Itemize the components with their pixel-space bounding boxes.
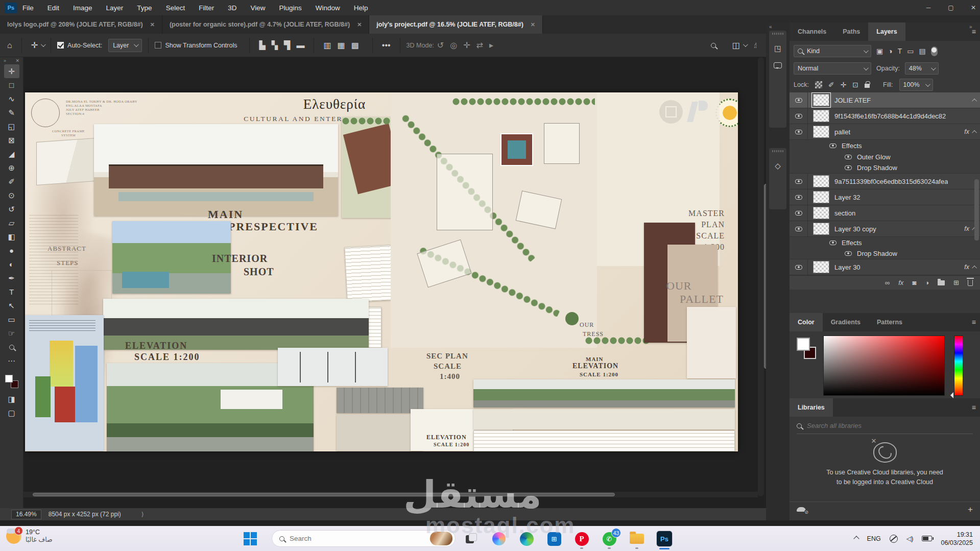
lock-pixels-icon[interactable]: ✐ — [828, 81, 834, 89]
clone-stamp-tool[interactable]: ⊙ — [4, 188, 19, 202]
adjustment-layer-icon[interactable]: ◑ — [925, 279, 929, 286]
zoom-tool[interactable] — [4, 340, 19, 354]
object-selection-tool[interactable]: ✎ — [4, 106, 19, 119]
hue-slider[interactable] — [954, 336, 963, 396]
effect-row-outer-glow[interactable]: Outer Glow — [790, 151, 980, 162]
brush-tool[interactable]: ✐ — [4, 175, 19, 188]
filter-pixel-layers-icon[interactable]: ▣ — [876, 47, 883, 55]
libraries-search-input[interactable] — [807, 422, 950, 429]
layer-row-layer32[interactable]: Layer 32 — [790, 189, 980, 205]
3d-panel-icon[interactable]: ◇ — [775, 161, 781, 171]
menu-3d[interactable]: 3D — [228, 4, 236, 12]
eyedropper-tool[interactable]: ◢ — [4, 147, 19, 161]
export-panel-icon[interactable]: ◳ — [774, 44, 781, 53]
align-right-edges-icon[interactable]: ▜ — [284, 40, 290, 50]
layer-row-hash1[interactable]: 9f1543f6e16fb7c688b44c1d9d4dec82 — [790, 108, 980, 124]
blur-tool[interactable]: ● — [4, 244, 19, 257]
link-layers-icon[interactable]: ∞ — [885, 279, 890, 286]
eye-icon[interactable] — [845, 165, 852, 170]
close-icon[interactable]: ✕ — [970, 4, 977, 11]
foreground-color-swatch[interactable] — [797, 338, 810, 351]
layer-row-layer30[interactable]: Layer 30 fx — [790, 259, 980, 275]
hand-tool[interactable]: ☞ — [4, 326, 19, 340]
quick-mask-button[interactable]: ◨ — [4, 392, 19, 406]
filter-adjustment-layers-icon[interactable]: ◑ — [888, 47, 892, 55]
file-explorer-button[interactable] — [629, 531, 644, 546]
tab-layers[interactable]: Layers — [868, 22, 905, 41]
fx-icon[interactable]: fx — [964, 225, 969, 232]
fx-icon[interactable]: fx — [964, 263, 969, 271]
healing-brush-tool[interactable]: ⊕ — [4, 161, 19, 175]
sync-status-icon[interactable] — [797, 507, 806, 512]
visibility-toggle[interactable] — [790, 92, 808, 108]
lock-position-icon[interactable]: ✛ — [841, 81, 847, 89]
visibility-toggle[interactable] — [790, 221, 808, 236]
menu-window[interactable]: Window — [316, 4, 340, 12]
menu-select[interactable]: Select — [166, 4, 185, 12]
lock-artboard-icon[interactable]: ⊡ — [852, 81, 858, 89]
more-options-icon[interactable]: ••• — [382, 41, 391, 50]
distribute-bottom-icon[interactable]: ▩ — [351, 40, 359, 50]
layer-thumbnail[interactable] — [813, 223, 829, 235]
tray-expand-icon[interactable] — [853, 536, 859, 541]
eye-icon[interactable] — [845, 155, 852, 159]
start-button[interactable] — [243, 532, 257, 545]
visibility-toggle[interactable] — [790, 174, 808, 189]
home-icon[interactable]: ⌂ — [7, 41, 12, 50]
tab-patterns[interactable]: Patterns — [869, 313, 911, 331]
align-top-edges-icon[interactable]: ▬ — [296, 41, 304, 50]
chevron-down-icon[interactable] — [743, 42, 748, 47]
blend-mode-dropdown[interactable]: Normal — [794, 62, 871, 75]
visibility-toggle[interactable] — [790, 189, 808, 205]
foreground-color-swatch[interactable] — [5, 375, 13, 382]
status-arrow-icon[interactable]: ⟩ — [141, 511, 144, 518]
color-swatches[interactable] — [5, 375, 18, 388]
panel-menu-icon[interactable]: ≡ — [972, 28, 976, 36]
workspace-panel-icon[interactable]: ◫ — [732, 40, 740, 50]
layer-thumbnail[interactable] — [813, 191, 829, 203]
menu-image[interactable]: Image — [73, 4, 92, 12]
layer-row-layer30-copy[interactable]: Layer 30 copy fx — [790, 221, 980, 237]
tab-lolys-logo[interactable]: lolys logo.pdf @ 208% (JOLIE ATEF, RGB/8… — [0, 15, 162, 34]
effects-row[interactable]: Effects — [790, 237, 980, 248]
canvas-vertical-scrollbar[interactable] — [758, 57, 764, 496]
menu-edit[interactable]: Edit — [47, 4, 59, 12]
panel-menu-icon[interactable]: ≡ — [972, 403, 976, 412]
visibility-toggle[interactable] — [790, 205, 808, 221]
history-brush-tool[interactable]: ↺ — [4, 202, 19, 216]
distribute-vertical-icon[interactable]: ▦ — [338, 40, 345, 50]
tab-close-icon[interactable]: ✕ — [357, 21, 362, 28]
marquee-tool[interactable]: □ — [4, 78, 19, 92]
visibility-toggle[interactable] — [790, 259, 808, 275]
menu-help[interactable]: Help — [354, 4, 368, 12]
tab-channels[interactable]: Channels — [790, 22, 834, 41]
filter-smart-objects-icon[interactable]: ▤ — [919, 47, 926, 55]
saturation-brightness-picker[interactable] — [823, 336, 945, 396]
whatsapp-button[interactable]: ✆43 — [602, 531, 617, 546]
layer-filter-kind-dropdown[interactable]: Kind — [794, 45, 871, 57]
visibility-toggle[interactable] — [790, 108, 808, 124]
dodge-tool[interactable]: ◐ — [4, 257, 19, 271]
collapse-tools-icon[interactable]: » — [4, 58, 6, 63]
layer-thumbnail[interactable] — [813, 94, 829, 106]
align-left-edges-icon[interactable]: ▙ — [259, 40, 265, 50]
layer-styles-icon[interactable]: fx — [898, 279, 903, 286]
layer-thumbnail[interactable] — [813, 126, 829, 138]
tab-paths[interactable]: Paths — [834, 22, 868, 41]
menu-plugins[interactable]: Plugins — [279, 4, 301, 12]
fx-icon[interactable]: fx — [964, 128, 969, 135]
comments-panel-icon[interactable] — [774, 62, 782, 68]
filter-type-layers-icon[interactable]: T — [898, 47, 902, 55]
move-tool-icon[interactable]: ✛ — [31, 40, 38, 50]
3d-slide-icon[interactable]: ⇄ — [476, 40, 483, 50]
layer-thumbnail[interactable] — [813, 110, 829, 122]
network-icon[interactable] — [890, 535, 898, 543]
layers-scrollbar-thumb[interactable] — [974, 179, 979, 241]
eraser-tool[interactable]: ▱ — [4, 216, 19, 230]
layer-mask-icon[interactable]: ◙ — [912, 279, 916, 286]
pinterest-button[interactable]: P — [574, 531, 589, 546]
screen-mode-button[interactable]: ▢ — [4, 406, 19, 420]
tab-close-icon[interactable]: ✕ — [150, 21, 155, 28]
visibility-toggle[interactable] — [790, 124, 808, 139]
eye-icon[interactable] — [829, 143, 836, 148]
